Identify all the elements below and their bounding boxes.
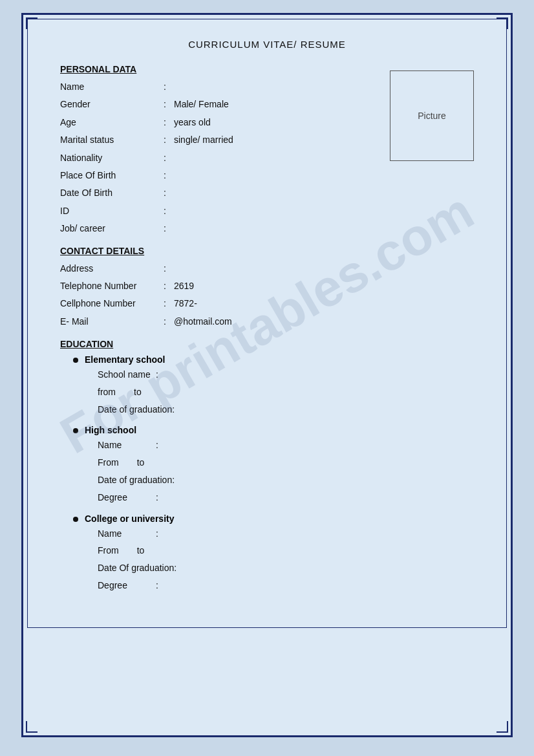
field-colon-age: : (164, 115, 174, 129)
field-value-telephone: 2619 (174, 279, 194, 293)
field-row-telephone: Telephone Number : 2619 (60, 279, 474, 293)
field-row-pob: Place Of Birth : (60, 168, 377, 182)
edu-title-highschool: High school (85, 425, 136, 435)
field-label-age: Age (60, 115, 164, 129)
field-label-id: ID (60, 204, 164, 218)
contact-details-section: CONTACT DETAILS Address : Telephone Numb… (60, 246, 474, 329)
field-label-dob: Date Of Birth (60, 186, 164, 200)
personal-data-section: PERSONAL DATA Name : Gender : Male/ Fema… (60, 64, 474, 239)
corner-decoration-bl (26, 721, 37, 733)
edu-field-grad-highschool: Date of graduation : (98, 473, 474, 488)
edu-title-elementary: Elementary school (85, 354, 166, 365)
field-row-age: Age : years old (60, 115, 377, 129)
field-row-job: Job/ career : (60, 221, 377, 235)
picture-label: Picture (418, 111, 446, 121)
edu-field-college-name: Name : (98, 526, 474, 542)
field-value-gender: Male/ Female (174, 97, 229, 111)
edu-label-hs-name: Name (98, 438, 156, 453)
edu-field-grad-college: Date Of graduation : (98, 561, 474, 576)
edu-sub-college: Name : From to Date Of graduation : Degr… (98, 526, 474, 594)
edu-colon-degree-college: : (156, 578, 161, 594)
field-colon-address: : (164, 261, 174, 275)
field-colon-job: : (164, 221, 174, 235)
edu-label-grad-elementary: Date of graduation (98, 402, 172, 418)
field-row-gender: Gender : Male/ Female (60, 97, 377, 111)
field-label-pob: Place Of Birth (60, 168, 164, 182)
edu-label-college-name: Name (98, 526, 156, 542)
field-label-marital: Marital status (60, 133, 164, 147)
edu-sub-elementary: School name : from to Date of graduation… (98, 367, 474, 417)
field-value-cellphone: 7872- (174, 296, 197, 310)
bullet-dot-elementary (73, 358, 78, 363)
edu-label-degree-college: Degree (98, 578, 156, 594)
edu-field-grad-elementary: Date of graduation : (98, 402, 474, 418)
edu-label-grad-college: Date Of graduation (98, 561, 174, 576)
edu-label-degree-highschool: Degree (98, 490, 156, 506)
field-label-email: E- Mail (60, 314, 164, 329)
field-row-id: ID : (60, 204, 377, 218)
edu-colon-college-name: : (156, 526, 161, 542)
personal-fields: PERSONAL DATA Name : Gender : Male/ Fema… (60, 64, 377, 239)
field-value-age: years old (174, 115, 211, 129)
edu-field-degree-highschool: Degree : (98, 490, 474, 506)
edu-from-to-elementary: from to (98, 385, 474, 400)
edu-field-degree-college: Degree : (98, 578, 474, 594)
outer-border: For printables.com CURRICULUM VITAE/ RES… (21, 13, 513, 737)
field-row-email: E- Mail : @hotmail.com (60, 314, 474, 329)
field-colon-email: : (164, 314, 174, 329)
field-colon-dob: : (164, 186, 174, 200)
edu-to-elementary: to (134, 385, 142, 400)
picture-box: Picture (390, 70, 474, 161)
edu-from-college: From (98, 543, 119, 559)
edu-from-highschool: From (98, 455, 119, 471)
edu-field-school-name: School name : (98, 367, 474, 383)
edu-from-to-college: From to (98, 543, 474, 559)
field-colon-marital: : (164, 133, 174, 147)
edu-colon-hs-name: : (156, 438, 161, 453)
page-title: CURRICULUM VITAE/ RESUME (60, 39, 474, 50)
edu-sub-highschool: Name : From to Date of graduation : Degr… (98, 438, 474, 505)
field-row-dob: Date Of Birth : (60, 186, 377, 200)
field-label-name: Name (60, 80, 164, 94)
edu-field-hs-name: Name : (98, 438, 474, 453)
education-section: EDUCATION Elementary school School name … (60, 339, 474, 594)
edu-label-grad-highschool: Date of graduation (98, 473, 172, 488)
edu-colon-grad-elementary: : (172, 402, 177, 418)
bullet-dot-college (73, 517, 78, 522)
edu-label-school-name: School name (98, 367, 156, 383)
edu-to-highschool: to (137, 455, 145, 471)
edu-item-highschool: High school Name : From to Date of gradu… (60, 425, 474, 505)
edu-bullet-header-college: College or university (60, 513, 474, 524)
field-label-telephone: Telephone Number (60, 279, 164, 293)
corner-decoration-br (497, 721, 508, 733)
field-label-cellphone: Cellphone Number (60, 296, 164, 310)
edu-colon-degree-highschool: : (156, 490, 161, 506)
field-value-marital: single/ married (174, 133, 233, 147)
field-row-nationality: Nationality : (60, 151, 377, 165)
document-body: For printables.com CURRICULUM VITAE/ RES… (27, 19, 507, 628)
edu-from-elementary: from (98, 385, 116, 400)
edu-to-college: to (137, 543, 145, 559)
personal-data-header: PERSONAL DATA (60, 64, 377, 74)
field-label-job: Job/ career (60, 221, 164, 235)
edu-title-college: College or university (85, 513, 174, 524)
edu-colon-grad-college: : (174, 561, 179, 576)
edu-item-college: College or university Name : From to Dat… (60, 513, 474, 594)
contact-details-header: CONTACT DETAILS (60, 246, 474, 256)
field-value-email: @hotmail.com (174, 314, 232, 329)
edu-item-elementary: Elementary school School name : from to … (60, 354, 474, 417)
field-colon-gender: : (164, 97, 174, 111)
edu-from-to-highschool: From to (98, 455, 474, 471)
field-row-cellphone: Cellphone Number : 7872- (60, 296, 474, 310)
field-row-address: Address : (60, 261, 474, 275)
bullet-dot-highschool (73, 428, 78, 433)
edu-colon-school-name: : (156, 367, 161, 383)
education-header: EDUCATION (60, 339, 474, 349)
field-colon-pob: : (164, 168, 174, 182)
field-colon-cellphone: : (164, 296, 174, 310)
field-colon-nationality: : (164, 151, 174, 165)
field-colon-telephone: : (164, 279, 174, 293)
field-label-address: Address (60, 261, 164, 275)
field-row-name: Name : (60, 80, 377, 94)
field-colon-name: : (164, 80, 174, 94)
